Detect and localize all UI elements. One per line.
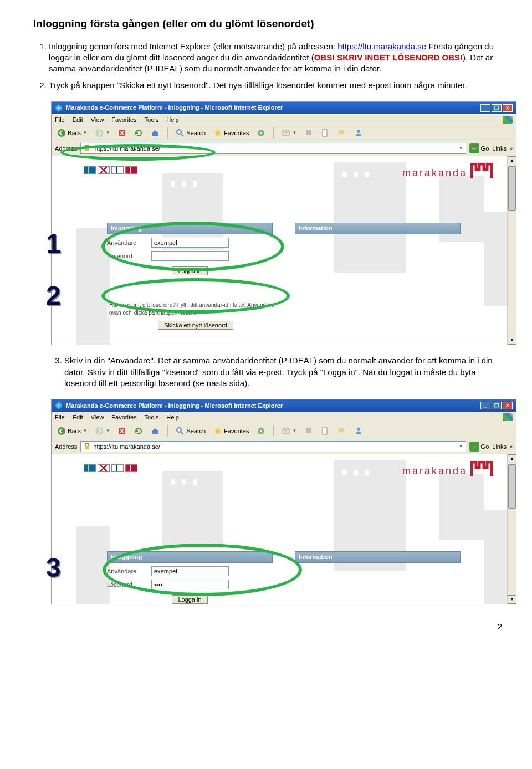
menubar: File Edit View Favorites Tools Help <box>52 412 516 423</box>
scroll-up-button[interactable]: ▲ <box>508 454 516 463</box>
close-button[interactable]: ✕ <box>503 104 513 112</box>
menu-favorites[interactable]: Favorites <box>111 116 136 124</box>
links-chevron: » <box>510 145 513 152</box>
menu-file[interactable]: File <box>55 413 65 422</box>
refresh-button[interactable] <box>132 127 145 139</box>
send-new-password-button[interactable]: Skicka ett nytt lösenord <box>158 321 233 330</box>
windows-flag-icon <box>503 116 513 124</box>
brand-logo-icon <box>470 461 494 478</box>
password-input[interactable] <box>151 251 229 261</box>
back-button[interactable]: Back ▼ <box>55 425 89 437</box>
search-button[interactable]: Search <box>173 425 208 437</box>
username-label: Användare <box>107 567 146 576</box>
scroll-up-button[interactable]: ▲ <box>508 156 516 165</box>
forward-button[interactable]: ▼ <box>93 425 112 437</box>
flag-uk[interactable] <box>98 166 110 174</box>
favorites-button[interactable]: Favorites <box>211 425 251 437</box>
scrollbar[interactable]: ▲ ▼ <box>507 454 516 604</box>
address-bar: Address https://ltu.marakanda.se/ ▼ →Go … <box>52 439 516 454</box>
mail-button[interactable]: ▼ <box>279 425 299 437</box>
svg-point-26 <box>357 428 360 431</box>
login-panel-header: Inloggning <box>107 223 273 234</box>
flag-denmark[interactable] <box>125 166 137 174</box>
media-icon <box>257 427 265 435</box>
messenger-button[interactable] <box>352 425 365 437</box>
chevron-down-icon[interactable]: ▼ <box>459 146 463 152</box>
discuss-button[interactable] <box>335 425 349 437</box>
print-button[interactable] <box>302 425 315 437</box>
password-input[interactable] <box>151 580 229 589</box>
home-button[interactable] <box>149 127 162 139</box>
marakanda-link[interactable]: https://ltu.marakanda.se <box>337 42 426 51</box>
scroll-thumb[interactable] <box>508 166 516 211</box>
minimize-button[interactable]: _ <box>480 104 490 112</box>
step-3: Skriv in din "Användare". Det är samma a… <box>64 355 504 389</box>
menu-help[interactable]: Help <box>166 116 179 124</box>
svg-point-2 <box>95 129 103 137</box>
maximize-button[interactable]: ❐ <box>492 402 502 409</box>
go-button[interactable]: →Go <box>469 442 489 452</box>
forward-button[interactable]: ▼ <box>93 127 112 139</box>
mail-button[interactable]: ▼ <box>279 127 299 139</box>
home-button[interactable] <box>149 425 162 437</box>
flag-finland[interactable] <box>111 166 124 174</box>
search-button[interactable]: Search <box>173 127 208 139</box>
flag-denmark[interactable] <box>125 464 137 472</box>
close-button[interactable]: ✕ <box>503 402 513 409</box>
links-label[interactable]: Links <box>492 443 507 451</box>
media-button[interactable] <box>254 127 268 139</box>
messenger-button[interactable] <box>352 127 365 139</box>
scroll-thumb[interactable] <box>508 464 516 509</box>
menu-view[interactable]: View <box>91 413 104 422</box>
address-input[interactable]: https://ltu.marakanda.se/ ▼ <box>80 143 466 154</box>
page-title: Inloggning första gången (eller om du gl… <box>33 17 504 31</box>
chevron-down-icon[interactable]: ▼ <box>459 444 463 450</box>
svg-rect-23 <box>307 428 310 430</box>
discuss-icon <box>337 129 346 137</box>
print-icon <box>304 427 313 435</box>
login-button[interactable]: Logga in <box>172 595 207 604</box>
discuss-button[interactable] <box>335 127 349 139</box>
svg-rect-27 <box>85 446 89 449</box>
scroll-down-button[interactable]: ▼ <box>508 336 516 345</box>
minimize-button[interactable]: _ <box>480 402 490 409</box>
print-button[interactable] <box>302 127 315 139</box>
menu-favorites[interactable]: Favorites <box>111 413 136 422</box>
maximize-button[interactable]: ❐ <box>492 104 502 112</box>
back-button[interactable]: Back ▼ <box>55 127 89 139</box>
menu-file[interactable]: File <box>55 116 65 124</box>
flag-finland[interactable] <box>111 464 124 472</box>
scroll-down-button[interactable]: ▼ <box>508 595 516 604</box>
favorites-button[interactable]: Favorites <box>211 127 251 139</box>
menu-tools[interactable]: Tools <box>145 116 159 124</box>
address-text: https://ltu.marakanda.se/ <box>93 443 160 451</box>
search-icon <box>176 427 185 435</box>
links-label[interactable]: Links <box>492 145 507 153</box>
menu-view[interactable]: View <box>91 116 104 124</box>
password-label: Lösenord <box>107 252 146 260</box>
media-button[interactable] <box>254 425 268 437</box>
edit-icon <box>321 427 330 435</box>
back-label: Back <box>68 129 81 137</box>
username-input[interactable] <box>151 238 229 248</box>
go-button[interactable]: →Go <box>469 143 489 153</box>
menu-edit[interactable]: Edit <box>73 116 83 124</box>
address-input[interactable]: https://ltu.marakanda.se/ ▼ <box>80 441 466 452</box>
menu-tools[interactable]: Tools <box>145 413 159 422</box>
menubar: File Edit View Favorites Tools Help <box>52 114 516 125</box>
stop-button[interactable] <box>115 425 129 437</box>
flag-sweden[interactable] <box>84 464 96 472</box>
menu-help[interactable]: Help <box>166 413 179 422</box>
scrollbar[interactable]: ▲ ▼ <box>507 156 516 345</box>
username-input[interactable] <box>151 566 229 576</box>
menu-edit[interactable]: Edit <box>73 413 83 422</box>
edit-button[interactable] <box>319 127 332 139</box>
star-icon <box>213 427 222 435</box>
login-button[interactable]: Logga in <box>172 266 207 275</box>
back-label: Back <box>68 427 81 435</box>
stop-button[interactable] <box>115 127 129 139</box>
flag-sweden[interactable] <box>84 166 96 174</box>
flag-uk[interactable] <box>98 464 110 472</box>
refresh-button[interactable] <box>132 425 145 437</box>
edit-button[interactable] <box>319 425 332 437</box>
